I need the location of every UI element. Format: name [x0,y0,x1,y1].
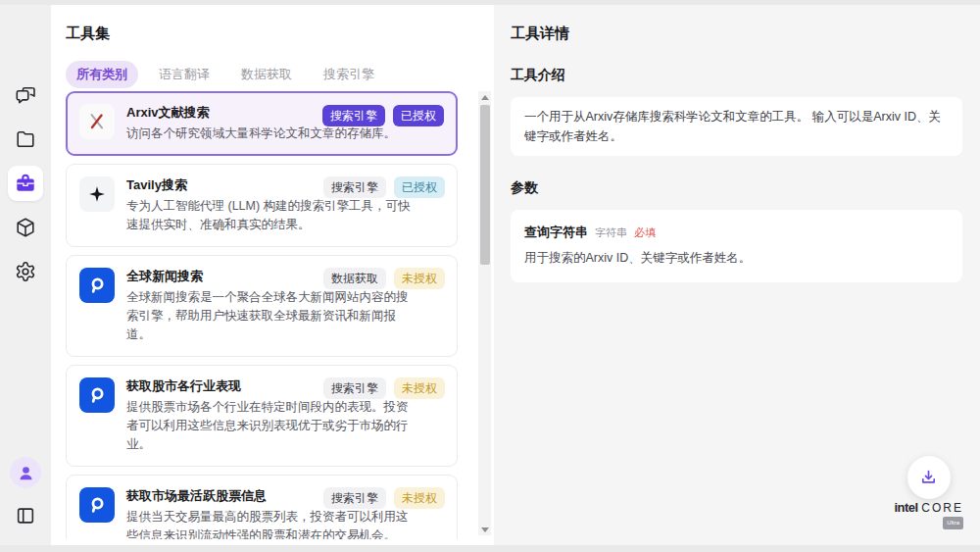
tab-search-engine[interactable]: 搜索引擎 [313,61,385,88]
scroll-down-button[interactable] [478,524,491,535]
tool-card-global-news[interactable]: 全球新闻搜索 全球新闻搜索是一个聚合全球各大新闻网站内容的搜索引擎，帮助用户快速… [66,255,458,357]
arrow-up-icon [481,95,489,100]
app-body: 工具集 所有类别 语言翻译 数据获取 搜索引擎 A [0,5,980,545]
param-header: 查询字符串 字符串 必填 [524,224,949,241]
param-type: 字符串 [595,226,627,240]
folder-icon [15,128,36,150]
tool-card-sector-performance[interactable]: 获取股市各行业表现 提供股票市场各个行业在特定时间段内的表现。投资者可以利用这些… [66,365,458,467]
tool-desc: 提供股票市场各个行业在特定时间段内的表现。投资者可以利用这些信息来识别表现优于或… [126,398,415,454]
app-window: 工具集 所有类别 语言翻译 数据获取 搜索引擎 A [0,0,980,552]
tab-all-categories[interactable]: 所有类别 [66,61,138,88]
sidebar-item-toolbox[interactable] [8,166,43,201]
sidebar-item-settings[interactable] [8,254,43,289]
panel-toggle-icon [15,505,36,527]
category-badge: 搜索引擎 [323,176,386,198]
intro-text: 一个用于从Arxiv存储库搜索科学论文和文章的工具。 输入可以是Arxiv ID… [524,107,949,146]
tool-list-panel: 工具集 所有类别 语言翻译 数据获取 搜索引擎 A [51,5,494,545]
params-heading: 参数 [511,179,962,197]
tool-badges: 搜索引擎 未授权 [323,487,445,509]
settings-icon [15,261,36,282]
arxiv-x-icon [79,104,115,139]
floating-corner: intel CORE Ultra [894,456,963,529]
four-point-star-icon [79,176,115,212]
tool-card-arxiv[interactable]: Arxiv文献搜索 访问各个研究领域大量科学论文和文章的存储库。 搜索引擎 已授… [66,91,458,156]
brand-ultra-badge: Ultra [943,517,963,529]
param-desc: 用于搜索的Arxiv ID、关键字或作者姓名。 [524,250,949,267]
auth-badge: 已授权 [393,105,444,126]
intro-card: 一个用于从Arxiv存储库搜索科学论文和文章的工具。 输入可以是Arxiv ID… [511,97,962,156]
sidebar-item-chat[interactable] [8,77,43,113]
sidebar-item-folder[interactable] [8,122,43,157]
brand-core-text: CORE [921,501,963,515]
category-badge: 搜索引擎 [322,105,385,126]
q-search-icon [79,377,115,413]
cube-icon [15,217,36,238]
download-button[interactable] [907,456,951,499]
chat-icon [15,84,36,106]
scroll-thumb[interactable] [480,105,490,265]
auth-badge: 未授权 [394,268,445,289]
tool-badges: 搜索引擎 已授权 [322,105,444,126]
page-title: 工具集 [51,5,494,43]
brand-intel-text: intel [894,500,917,515]
param-card: 查询字符串 字符串 必填 用于搜索的Arxiv ID、关键字或作者姓名。 [511,210,962,282]
tool-desc: 访问各个研究领域大量科学论文和文章的存储库。 [126,125,415,143]
category-tabs: 所有类别 语言翻译 数据获取 搜索引擎 [51,43,494,88]
tool-desc: 全球新闻搜索是一个聚合全球各大新闻网站内容的搜索引擎，帮助用户快速获取全球最新资… [126,288,415,344]
scroll-up-button[interactable] [478,91,491,103]
tool-list: Arxiv文献搜索 访问各个研究领域大量科学论文和文章的存储库。 搜索引擎 已授… [66,91,458,539]
tool-badges: 数据获取 未授权 [323,268,445,289]
tool-card-most-active-stocks[interactable]: 获取市场最活跃股票信息 提供当天交易量最高的股票列表，投资者可以利用这些信息来识… [66,475,458,539]
intro-heading: 工具介绍 [511,67,962,84]
panel-toggle-button[interactable] [8,498,43,533]
tool-desc: 专为人工智能代理 (LLM) 构建的搜索引擎工具，可快速提供实时、准确和真实的结… [126,197,415,234]
list-scrollbar[interactable] [478,91,491,535]
q-search-icon [79,487,115,523]
param-name: 查询字符串 [524,224,588,241]
toolbox-icon [15,173,36,194]
sidebar-item-cube[interactable] [8,210,43,245]
arrow-down-icon [481,527,489,532]
auth-badge: 已授权 [394,176,445,198]
tool-details-panel: 工具详情 工具介绍 一个用于从Arxiv存储库搜索科学论文和文章的工具。 输入可… [494,5,980,545]
tab-data-fetch[interactable]: 数据获取 [230,61,303,88]
auth-badge: 未授权 [394,377,445,399]
sidebar-rail [0,5,51,545]
tool-card-tavily[interactable]: Tavily搜索 专为人工智能代理 (LLM) 构建的搜索引擎工具，可快速提供实… [66,164,458,247]
param-required-badge: 必填 [634,226,656,240]
tool-badges: 搜索引擎 已授权 [323,176,445,198]
category-badge: 搜索引擎 [323,377,386,399]
user-icon [17,464,35,482]
category-badge: 数据获取 [323,268,386,289]
user-avatar[interactable] [10,457,41,488]
details-title: 工具详情 [511,25,962,43]
intel-core-logo: intel CORE Ultra [894,502,963,529]
tool-desc: 提供当天交易量最高的股票列表，投资者可以利用这些信息来识别流动性强的股票和潜在的… [126,508,415,539]
download-icon [918,468,939,488]
auth-badge: 未授权 [394,487,445,509]
q-search-icon [79,268,115,303]
category-badge: 搜索引擎 [323,487,386,509]
tab-language-translation[interactable]: 语言翻译 [148,61,220,88]
tool-badges: 搜索引擎 未授权 [323,377,445,399]
